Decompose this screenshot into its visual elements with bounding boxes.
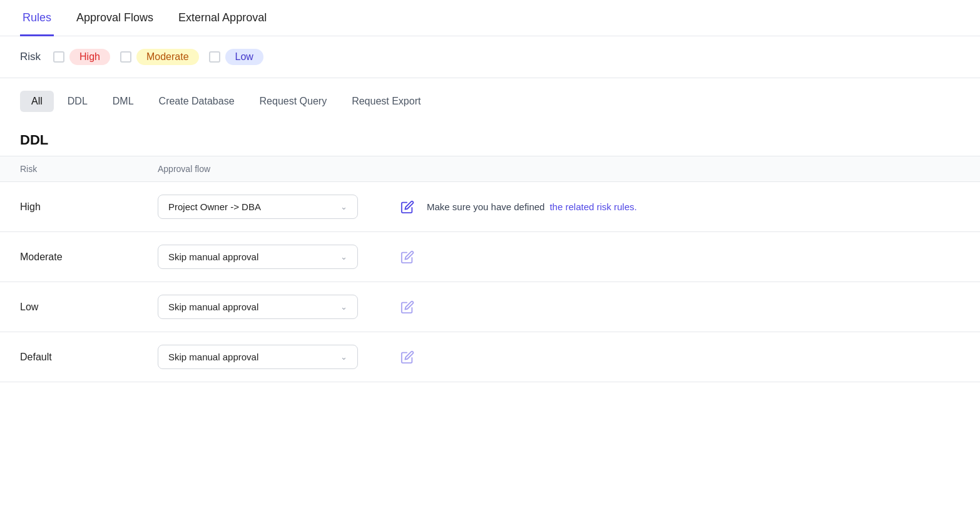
warning-link-high[interactable]: the related risk rules. xyxy=(549,201,636,212)
chevron-down-icon: ⌄ xyxy=(340,252,347,262)
table-row: Low Skip manual approval ⌄ xyxy=(0,282,980,332)
risk-badge-low[interactable]: Low xyxy=(225,49,263,65)
tab-external-approval[interactable]: External Approval xyxy=(176,0,269,36)
dropdown-value-moderate: Skip manual approval xyxy=(168,251,258,262)
action-cell-moderate xyxy=(378,232,980,282)
flow-cell-default: Skip manual approval ⌄ xyxy=(138,332,378,382)
col-header-action xyxy=(378,156,980,182)
chevron-down-icon: ⌄ xyxy=(340,352,347,362)
risk-item-moderate: Moderate xyxy=(120,49,199,65)
approval-dropdown-high[interactable]: Project Owner -> DBA ⌄ xyxy=(158,195,358,219)
cat-tab-request-query[interactable]: Request Query xyxy=(248,91,339,112)
approval-dropdown-moderate[interactable]: Skip manual approval ⌄ xyxy=(158,245,358,269)
risk-cell-low: Low xyxy=(0,282,138,332)
dropdown-value-high: Project Owner -> DBA xyxy=(168,201,261,212)
edit-button-moderate[interactable] xyxy=(398,248,417,267)
section-heading-ddl: DDL xyxy=(0,122,980,156)
chevron-down-icon: ⌄ xyxy=(340,302,347,312)
risk-checkbox-high[interactable] xyxy=(53,51,64,63)
risk-badge-high[interactable]: High xyxy=(69,49,110,65)
flow-cell-moderate: Skip manual approval ⌄ xyxy=(138,232,378,282)
dropdown-value-low: Skip manual approval xyxy=(168,302,258,312)
table-row: Default Skip manual approval ⌄ xyxy=(0,332,980,382)
warning-message-high: Make sure you have defined the related r… xyxy=(427,201,637,212)
approval-dropdown-low[interactable]: Skip manual approval ⌄ xyxy=(158,295,358,319)
dropdown-value-default: Skip manual approval xyxy=(168,352,258,362)
rules-table: Risk Approval flow High Project Owner ->… xyxy=(0,156,980,382)
top-tabs: Rules Approval Flows External Approval xyxy=(0,0,980,36)
risk-item-high: High xyxy=(53,49,110,65)
col-header-risk: Risk xyxy=(0,156,138,182)
edit-button-high[interactable] xyxy=(398,198,417,216)
category-tabs: All DDL DML Create Database Request Quer… xyxy=(0,78,980,122)
risk-cell-high: High xyxy=(0,182,138,232)
action-cell-high: Make sure you have defined the related r… xyxy=(378,182,980,232)
flow-cell-low: Skip manual approval ⌄ xyxy=(138,282,378,332)
action-cell-high-inner: Make sure you have defined the related r… xyxy=(398,198,960,216)
flow-cell-high: Project Owner -> DBA ⌄ xyxy=(138,182,378,232)
risk-checkbox-moderate[interactable] xyxy=(120,51,131,63)
col-header-flow: Approval flow xyxy=(138,156,378,182)
cat-tab-dml[interactable]: DML xyxy=(101,91,145,112)
risk-cell-moderate: Moderate xyxy=(0,232,138,282)
table-row: High Project Owner -> DBA ⌄ xyxy=(0,182,980,232)
tab-rules[interactable]: Rules xyxy=(20,0,54,36)
action-cell-default xyxy=(378,332,980,382)
page: Rules Approval Flows External Approval R… xyxy=(0,0,980,518)
approval-dropdown-default[interactable]: Skip manual approval ⌄ xyxy=(158,345,358,369)
action-cell-low xyxy=(378,282,980,332)
cat-tab-ddl[interactable]: DDL xyxy=(56,91,99,112)
edit-button-low[interactable] xyxy=(398,298,417,317)
warning-text: Make sure you have defined xyxy=(427,201,544,212)
cat-tab-create-database[interactable]: Create Database xyxy=(148,91,246,112)
risk-cell-default: Default xyxy=(0,332,138,382)
edit-button-default[interactable] xyxy=(398,348,417,367)
risk-filter-label: Risk xyxy=(20,51,41,63)
risk-checkbox-low[interactable] xyxy=(209,51,220,63)
chevron-down-icon: ⌄ xyxy=(340,202,347,211)
risk-filter: Risk High Moderate Low xyxy=(0,36,980,78)
risk-item-low: Low xyxy=(209,49,263,65)
table-row: Moderate Skip manual approval ⌄ xyxy=(0,232,980,282)
tab-approval-flows[interactable]: Approval Flows xyxy=(74,0,156,36)
cat-tab-request-export[interactable]: Request Export xyxy=(340,91,432,112)
cat-tab-all[interactable]: All xyxy=(20,91,54,112)
risk-badge-moderate[interactable]: Moderate xyxy=(136,49,199,65)
